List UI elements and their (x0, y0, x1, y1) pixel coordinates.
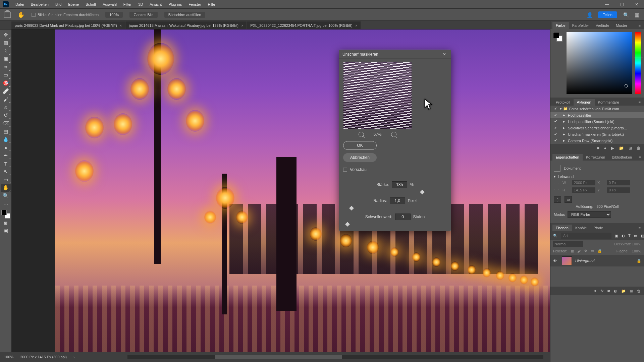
layer-filter-input[interactable] (561, 233, 611, 239)
status-docinfo[interactable]: 2000 Px x 1415 Px (300 ppi) (20, 355, 67, 359)
lasso-tool[interactable]: ⌇ (1, 47, 11, 55)
link-layers-icon[interactable]: ⚭ (594, 289, 597, 293)
document-tab[interactable]: PXL_20230422_122623454.PORTRAIT.jpg bei … (247, 21, 361, 29)
move-tool[interactable]: ✥ (1, 31, 11, 39)
filter-type-icon[interactable]: T (628, 234, 631, 238)
tab-eigenschaften[interactable]: Eigenschaften (552, 154, 583, 161)
layer-name[interactable]: Hintergrund (575, 259, 633, 263)
tab-ebenen[interactable]: Ebenen (552, 225, 572, 231)
w-value[interactable]: 2000 Px (572, 180, 595, 185)
type-tool[interactable]: T (1, 160, 11, 168)
tab-farbe[interactable]: Farbe (552, 22, 569, 29)
rectangle-tool[interactable]: ▭ (1, 176, 11, 184)
crop-tool[interactable]: ⌗ (1, 63, 11, 71)
menu-ebene[interactable]: Ebene (65, 1, 82, 8)
fill-screen-button[interactable]: Bildschirm ausfüllen (164, 12, 205, 18)
color-swatch-pair[interactable] (553, 32, 562, 42)
visibility-icon[interactable]: 👁 (553, 259, 558, 263)
cloud-icon[interactable]: 👤 (587, 12, 592, 17)
menu-plugins[interactable]: Plug-ins (165, 1, 185, 8)
dialog-titlebar[interactable]: Unscharf maskieren ✕ (339, 50, 451, 59)
quickmask-icon[interactable]: ◙ (1, 219, 11, 227)
action-row[interactable]: ✔▸Hochpassfilter (Smartobjekt) (550, 118, 644, 125)
eraser-tool[interactable]: ⌫ (1, 119, 11, 127)
close-icon[interactable]: × (355, 23, 357, 27)
panel-menu-icon[interactable]: ≡ (635, 225, 644, 231)
y-value[interactable]: 0 Px (607, 187, 630, 193)
lock-position-icon[interactable]: ✥ (584, 249, 587, 253)
blur-tool[interactable]: 💧 (1, 135, 11, 143)
menu-filter[interactable]: Filter (120, 1, 135, 8)
panel-menu-icon[interactable]: ≡ (635, 154, 644, 161)
tab-bibliotheken[interactable]: Bibliotheken (608, 154, 635, 161)
action-row[interactable]: ✔▸Hochpassfilter (550, 112, 644, 118)
new-layer-icon[interactable]: ⊞ (630, 289, 633, 293)
lock-transparency-icon[interactable]: ▩ (571, 249, 574, 253)
tab-verlaeufe[interactable]: Verläufe (592, 22, 612, 29)
filter-smart-icon[interactable]: ◧ (641, 234, 644, 238)
edit-toolbar[interactable]: ⋯ (1, 200, 11, 208)
action-set-row[interactable]: ✔▾📁 Fotos schärfen von TutKit.com (550, 106, 644, 112)
layer-row[interactable]: 👁 Hintergrund 🔒 (550, 255, 644, 266)
home-icon[interactable] (4, 12, 11, 18)
brush-tool[interactable]: 🖌 (1, 95, 11, 103)
x-value[interactable]: 0 Px (607, 180, 630, 185)
layer-style-icon[interactable]: fx (601, 289, 604, 293)
marquee-tool[interactable]: ▧ (1, 39, 11, 47)
panel-menu-icon[interactable]: ≡ (635, 99, 644, 106)
group-icon[interactable]: 📁 (621, 289, 626, 293)
layer-mask-icon[interactable]: ◙ (607, 289, 610, 293)
tab-kommentare[interactable]: Kommentare (595, 99, 623, 106)
share-button[interactable]: Teilen (598, 11, 617, 18)
scroll-all-windows-checkbox[interactable]: Bildlauf in allen Fenstern durchführen (32, 13, 99, 17)
frame-tool[interactable]: ▭ (1, 71, 11, 79)
new-action-icon[interactable]: ⊞ (629, 146, 632, 150)
foreground-background-swatch[interactable] (1, 210, 10, 219)
search-icon[interactable]: 🔍 (623, 12, 629, 17)
pen-tool[interactable]: ✒ (1, 152, 11, 160)
cancel-button[interactable]: Abbrechen (343, 153, 377, 162)
menu-schrift[interactable]: Schrift (82, 1, 99, 8)
trash-icon[interactable]: 🗑 (637, 289, 641, 293)
orientation-portrait-icon[interactable]: ▯ (554, 196, 561, 203)
play-icon[interactable]: ▶ (611, 146, 614, 150)
amount-slider[interactable] (346, 189, 444, 194)
radius-input[interactable] (390, 197, 405, 204)
radius-slider[interactable] (346, 205, 444, 210)
menu-bild[interactable]: Bild (52, 1, 65, 8)
menu-hilfe[interactable]: Hilfe (204, 1, 218, 8)
horizontal-scrollbar[interactable] (127, 355, 543, 359)
healing-brush-tool[interactable]: 🩹 (1, 87, 11, 95)
tab-protokoll[interactable]: Protokoll (552, 99, 574, 106)
tab-farbfelder[interactable]: Farbfelder (569, 22, 592, 29)
fit-screen-button[interactable]: Ganzes Bild (129, 12, 157, 18)
h-value[interactable]: 1415 Px (572, 187, 595, 193)
status-zoom[interactable]: 100% (4, 355, 13, 359)
color-hue-slider[interactable] (635, 32, 641, 94)
tab-pfade[interactable]: Pfade (590, 225, 606, 231)
window-close[interactable]: ✕ (629, 0, 644, 9)
object-select-tool[interactable]: ▣ (1, 55, 11, 63)
workspace-icon[interactable]: ▦ (635, 12, 640, 17)
amount-input[interactable] (392, 181, 407, 188)
dodge-tool[interactable]: ● (1, 143, 11, 152)
new-set-icon[interactable]: 📁 (619, 146, 624, 150)
menu-3d[interactable]: 3D (135, 1, 146, 8)
trash-icon[interactable]: 🗑 (637, 146, 641, 150)
document-tab[interactable]: japan-2014618 Masashi Wakui auf Pixabay.… (125, 21, 247, 29)
tab-aktionen[interactable]: Aktionen (574, 99, 595, 106)
zoom-100-button[interactable]: 100% (105, 12, 123, 18)
hand-tool-icon[interactable]: ✋ (17, 11, 25, 18)
zoom-out-icon[interactable] (359, 132, 364, 137)
screenmode-icon[interactable]: ▣ (1, 227, 11, 235)
action-row[interactable]: ✔▸Selektiver Scharfzeichner (Smarto... (550, 125, 644, 131)
leinwand-section-toggle[interactable]: ▾ Leinwand (554, 174, 641, 179)
orientation-landscape-icon[interactable]: ▭ (565, 196, 572, 203)
filter-adjust-icon[interactable]: ◐ (622, 234, 625, 238)
color-saturation-box[interactable] (567, 32, 632, 94)
close-icon[interactable]: × (241, 23, 243, 27)
ok-button[interactable]: OK (343, 141, 377, 150)
tab-kanaele[interactable]: Kanäle (572, 225, 590, 231)
blend-mode-select[interactable]: Normal (553, 241, 583, 247)
gradient-tool[interactable]: ▤ (1, 127, 11, 135)
